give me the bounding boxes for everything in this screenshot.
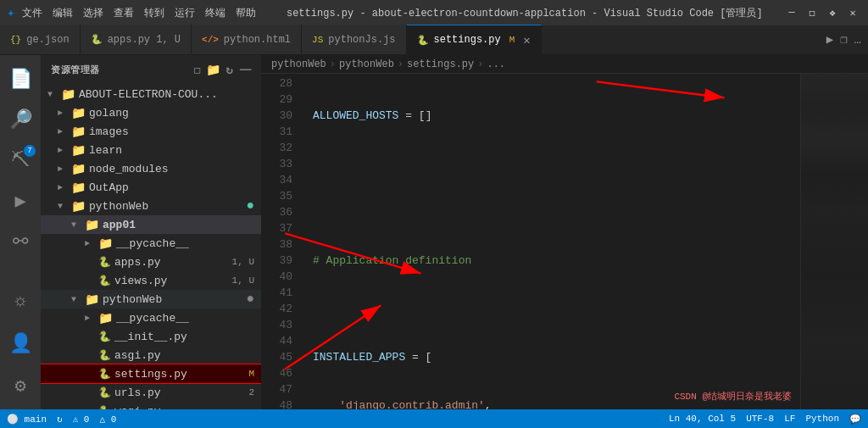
tree-settings-py[interactable]: 🐍 settings.py M xyxy=(41,364,261,383)
menu-edit[interactable]: 编辑 xyxy=(53,6,73,20)
tree-node-modules[interactable]: ► 📁 node_modules xyxy=(41,159,261,178)
tab-json[interactable]: {} ge.json xyxy=(0,25,81,54)
golang-label: golang xyxy=(89,107,261,120)
tree-asgi-py[interactable]: 🐍 asgi.py xyxy=(41,346,261,364)
encoding[interactable]: UTF-8 xyxy=(746,414,774,425)
tree-images[interactable]: ► 📁 images xyxy=(41,122,261,141)
activity-settings[interactable]: ⚙ xyxy=(0,365,41,406)
learn-folder-icon: 📁 xyxy=(71,143,86,158)
code-line-29 xyxy=(313,156,800,172)
tree-outapp[interactable]: ► 📁 OutApp xyxy=(41,178,261,197)
menu-file[interactable]: 文件 xyxy=(22,6,42,20)
urls-py-badge: 2 xyxy=(248,387,254,397)
bc-sep2: › xyxy=(398,58,403,70)
cursor-position[interactable]: Ln 40, Col 5 xyxy=(669,414,736,425)
tree-apps-py[interactable]: 🐍 apps.py 1, U xyxy=(41,253,261,271)
sync-icon[interactable]: ↻ xyxy=(57,414,63,425)
pycache1-label: __pycache__ xyxy=(116,237,261,250)
pythonweb-sub-arrow: ▼ xyxy=(71,295,85,304)
node-modules-arrow: ► xyxy=(58,164,71,174)
tree-init-py[interactable]: 🐍 __init__.py xyxy=(41,327,261,346)
breadcrumb-more: ... xyxy=(487,58,505,70)
pycache1-arrow: ► xyxy=(85,239,98,248)
activity-search[interactable]: 🔎 xyxy=(0,99,41,140)
js-icon: JS xyxy=(312,35,323,45)
tree-pycache2[interactable]: ► 📁 __pycache__ xyxy=(41,308,261,327)
feedback-icon[interactable]: 💬 xyxy=(849,414,861,425)
code-line-33: INSTALLED_APPS = [ xyxy=(313,349,800,365)
tab-html[interactable]: </> python.html xyxy=(192,25,302,54)
close-button[interactable]: ✕ xyxy=(844,4,861,21)
split-editor-icon[interactable]: ❐ xyxy=(840,32,847,47)
apps-py-label: apps.py xyxy=(114,256,232,269)
pythonweb-sub-folder-icon: 📁 xyxy=(85,292,99,307)
node-modules-folder-icon: 📁 xyxy=(71,162,86,176)
json-icon: {} xyxy=(10,35,21,45)
tab-apps[interactable]: 🐍 apps.py 1, U xyxy=(81,25,192,54)
activity-account[interactable]: 👤 xyxy=(0,323,41,364)
warning-count[interactable]: △ 0 xyxy=(99,414,116,425)
asgi-py-icon: 🐍 xyxy=(98,349,111,362)
code-content[interactable]: ALLOWED_HOSTS = [] # Application definit… xyxy=(299,74,800,409)
titlebar: ✦ 文件 编辑 选择 查看 转到 运行 终端 帮助 settings.py - … xyxy=(0,0,868,25)
outapp-label: OutApp xyxy=(89,181,261,194)
minimap-content xyxy=(801,74,868,409)
error-count[interactable]: ⚠ 0 xyxy=(73,414,90,425)
outapp-arrow: ► xyxy=(58,183,71,192)
menu-bar[interactable]: 文件 编辑 选择 查看 转到 运行 终端 帮助 xyxy=(22,6,256,20)
views-py-badge: 1, U xyxy=(232,275,254,286)
menu-help[interactable]: 帮助 xyxy=(236,6,256,20)
activity-explorer[interactable]: 📄 xyxy=(0,58,41,99)
init-py-label: __init__.py xyxy=(114,331,261,343)
menu-select[interactable]: 选择 xyxy=(83,6,103,20)
tree-learn[interactable]: ► 📁 learn xyxy=(41,141,261,159)
golang-folder-icon: 📁 xyxy=(71,106,86,120)
tree-app01[interactable]: ▼ 📁 app01 xyxy=(41,215,261,234)
git-branch[interactable]: ⚪ main xyxy=(7,414,47,425)
menu-goto[interactable]: 转到 xyxy=(144,6,164,20)
learn-arrow: ► xyxy=(58,146,71,155)
menu-view[interactable]: 查看 xyxy=(114,6,134,20)
new-folder-icon[interactable]: 📁 xyxy=(206,63,221,77)
menu-terminal[interactable]: 终端 xyxy=(205,6,225,20)
run-icon[interactable]: ▶ xyxy=(826,32,833,47)
refresh-icon[interactable]: ↻ xyxy=(226,63,234,77)
tree-wsgi-py[interactable]: 🐍 wsgi.py xyxy=(41,402,261,409)
menu-run[interactable]: 运行 xyxy=(175,6,195,20)
tab-js-label: pythonJs.js xyxy=(328,34,395,46)
sidebar-header: 资源管理器 ◻ 📁 ↻ ⸻ xyxy=(41,55,261,85)
pythonweb-root-folder-icon: 📁 xyxy=(71,199,86,214)
activity-extensions[interactable]: ⚯ xyxy=(0,221,41,262)
tree-golang[interactable]: ► 📁 golang xyxy=(41,103,261,122)
settings-close-button[interactable]: ✕ xyxy=(523,33,530,47)
minimize-button[interactable]: ─ xyxy=(783,4,800,21)
code-line-31: # Application definition xyxy=(313,253,800,269)
activity-bar: 📄 🔎 ⛏ 7 ▶ ⚯ ☼ 👤 ⚙ xyxy=(0,55,41,409)
activity-source-control[interactable]: ⛏ 7 xyxy=(0,140,41,181)
sidebar-actions: ◻ 📁 ↻ ⸻ xyxy=(193,63,251,77)
activity-bar-bottom: ☼ 👤 ⚙ xyxy=(0,281,41,409)
collapse-icon[interactable]: ⸻ xyxy=(239,63,252,77)
new-file-icon[interactable]: ◻ xyxy=(193,63,201,77)
activity-run[interactable]: ▶ xyxy=(0,181,41,221)
learn-label: learn xyxy=(89,144,261,157)
maximize-button[interactable]: ◻ xyxy=(804,4,821,21)
tree-root[interactable]: ▼ 📁 ABOUT-ELECTRON-COU... xyxy=(41,85,261,103)
html-icon: </> xyxy=(202,35,219,45)
more-actions-icon[interactable]: … xyxy=(854,33,861,47)
init-py-icon: 🐍 xyxy=(98,331,111,343)
activity-remote[interactable]: ☼ xyxy=(0,281,41,321)
tree-pythonweb-root[interactable]: ▼ 📁 pythonWeb ● xyxy=(41,197,261,215)
tree-pycache1[interactable]: ► 📁 __pycache__ xyxy=(41,234,261,253)
line-ending[interactable]: LF xyxy=(784,414,795,425)
tab-js[interactable]: JS pythonJs.js xyxy=(302,25,406,54)
language-mode[interactable]: Python xyxy=(805,414,839,425)
tree-urls-py[interactable]: 🐍 urls.py 2 xyxy=(41,383,261,402)
root-folder-icon: 📁 xyxy=(61,87,75,102)
asgi-py-label: asgi.py xyxy=(114,349,261,362)
apps-py-icon: 🐍 xyxy=(98,256,111,269)
tab-settings[interactable]: 🐍 settings.py M ✕ xyxy=(407,25,542,54)
split-button[interactable]: ❖ xyxy=(824,4,841,21)
tree-pythonweb-sub[interactable]: ▼ 📁 pythonWeb ● xyxy=(41,290,261,308)
tree-views-py[interactable]: 🐍 views.py 1, U xyxy=(41,271,261,290)
